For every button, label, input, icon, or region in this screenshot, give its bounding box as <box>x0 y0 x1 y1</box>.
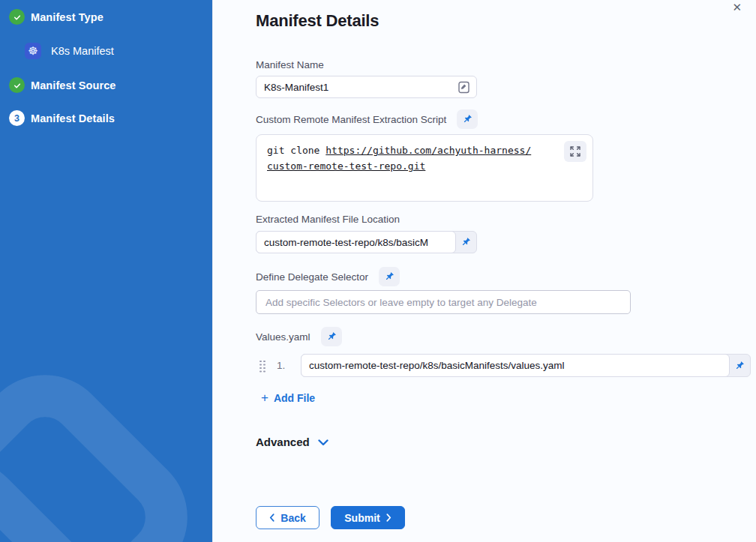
delegate-selector-label: Define Delegate Selector <box>256 271 368 283</box>
extraction-script-label: Custom Remote Manifest Extraction Script <box>256 114 446 125</box>
delegate-selector-pin-button[interactable] <box>379 267 400 286</box>
drag-handle-icon[interactable] <box>259 360 266 372</box>
script-url-line1: https://github.com/achyuth-harness/ <box>326 145 531 156</box>
step-number-badge: 3 <box>9 110 25 126</box>
manifest-name-label: Manifest Name <box>256 59 324 70</box>
sidebar-step-manifest-source[interactable]: Manifest Source <box>9 77 116 93</box>
back-button[interactable]: Back <box>256 506 320 529</box>
add-file-button[interactable]: + Add File <box>261 391 315 404</box>
advanced-label: Advanced <box>256 436 310 448</box>
manifest-details-panel: ✕ Manifest Details Manifest Name Custom … <box>212 0 756 542</box>
values-file-field <box>301 354 730 377</box>
chevron-down-icon <box>318 439 328 446</box>
step-label: Manifest Source <box>31 79 116 91</box>
chevron-right-icon <box>386 514 392 522</box>
submit-button[interactable]: Submit <box>331 506 405 529</box>
extraction-script-editor[interactable]: git clone https://github.com/achyuth-har… <box>256 134 593 202</box>
values-yaml-label-row: Values.yaml <box>256 326 342 347</box>
extracted-location-input[interactable] <box>256 237 455 248</box>
delegate-selector-input[interactable] <box>256 290 631 314</box>
extraction-script-label-row: Custom Remote Manifest Extraction Script <box>256 109 478 130</box>
sidebar-step-manifest-type[interactable]: Manifest Type <box>9 9 104 25</box>
values-yaml-pin-button[interactable] <box>321 327 342 346</box>
advanced-toggle[interactable]: Advanced <box>256 436 328 448</box>
step-label: Manifest Type <box>31 11 104 23</box>
extracted-location-label: Extracted Manifest File Location <box>256 214 400 225</box>
kubernetes-icon: ☸ <box>25 43 41 59</box>
manifest-name-input[interactable] <box>256 76 458 97</box>
edit-name-icon[interactable] <box>458 81 470 94</box>
check-circle-icon <box>9 77 25 93</box>
page-title: Manifest Details <box>256 11 379 31</box>
expand-script-icon[interactable] <box>564 141 586 162</box>
delegate-selector-label-row: Define Delegate Selector <box>256 266 400 287</box>
extracted-location-field <box>256 231 456 253</box>
close-icon[interactable]: ✕ <box>729 0 745 16</box>
extracted-location-group <box>256 231 477 253</box>
values-file-group <box>301 354 751 377</box>
values-file-row: 1. <box>256 354 751 377</box>
manifest-name-group <box>256 76 477 98</box>
values-file-pin-button[interactable] <box>728 355 750 376</box>
sidebar-substep-k8s-manifest[interactable]: ☸ K8s Manifest <box>25 43 114 59</box>
substep-label: K8s Manifest <box>51 45 114 57</box>
submit-button-label: Submit <box>344 512 380 524</box>
values-file-input[interactable] <box>302 360 729 371</box>
chevron-left-icon <box>269 514 274 522</box>
plus-icon: + <box>261 391 268 404</box>
values-yaml-label: Values.yaml <box>256 331 310 343</box>
app-root: Manifest Type ☸ K8s Manifest Manifest So… <box>0 0 756 542</box>
sidebar-step-manifest-details[interactable]: 3 Manifest Details <box>9 110 115 126</box>
extracted-location-pin-button[interactable] <box>455 232 476 253</box>
add-file-label: Add File <box>274 392 315 404</box>
extraction-script-content: git clone https://github.com/achyuth-har… <box>267 142 554 174</box>
check-circle-icon <box>9 9 25 25</box>
extraction-script-pin-button[interactable] <box>457 109 478 129</box>
row-index: 1. <box>277 360 290 371</box>
script-url-line2: custom-remote-test-repo.git <box>267 160 425 172</box>
back-button-label: Back <box>280 512 305 524</box>
step-label: Manifest Details <box>31 112 115 124</box>
wizard-sidebar: Manifest Type ☸ K8s Manifest Manifest So… <box>0 0 212 542</box>
script-command-prefix: git clone <box>267 145 326 156</box>
